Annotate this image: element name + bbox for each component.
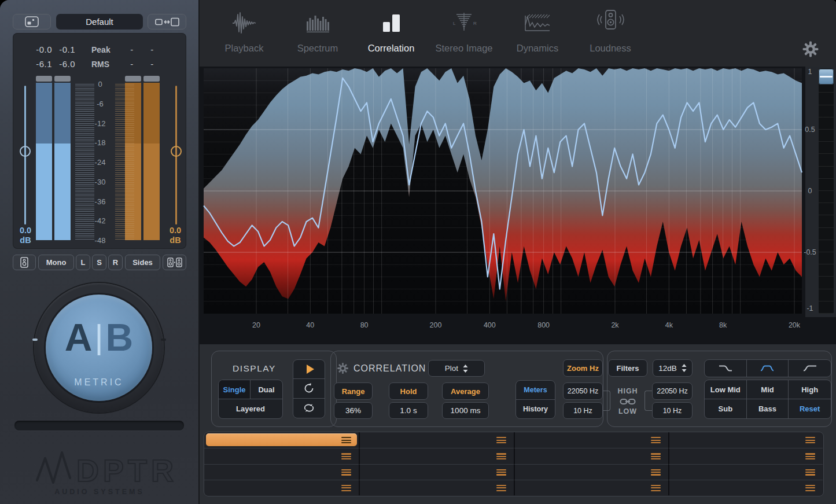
- snapshot-menu-icon[interactable]: [651, 485, 661, 491]
- snapshot-slot[interactable]: [204, 432, 359, 448]
- snapshot-menu-icon[interactable]: [805, 469, 815, 476]
- snapshot-slot[interactable]: [204, 480, 359, 495]
- range-button[interactable]: Range: [334, 382, 373, 400]
- nav-tab-stereo-image[interactable]: LRStereo Image: [429, 8, 499, 61]
- snapshot-menu-icon[interactable]: [341, 453, 351, 459]
- snapshot-slot[interactable]: [514, 480, 668, 495]
- snapshot-slot[interactable]: [359, 464, 513, 480]
- range-value-field[interactable]: 36%: [334, 402, 373, 419]
- nav-tab-playback[interactable]: Playback: [209, 8, 279, 61]
- snapshot-slot[interactable]: [668, 464, 823, 480]
- snapshot-table: [204, 432, 824, 496]
- stereo-image-icon: LR: [448, 8, 480, 38]
- meters-history-group: Meters History: [515, 380, 555, 419]
- loop-button[interactable]: [293, 399, 325, 418]
- filter-high-field[interactable]: 22050 Hz: [652, 382, 693, 400]
- resize-window-button[interactable]: [13, 14, 51, 30]
- meters-button[interactable]: Meters: [516, 381, 555, 400]
- channel-mono-button[interactable]: Mono: [38, 255, 74, 270]
- channel-left-button[interactable]: L: [76, 255, 90, 270]
- display-dual-button[interactable]: Dual: [251, 380, 282, 399]
- band-bass-button[interactable]: Bass: [747, 399, 789, 418]
- band-solo-group: Low Mid Mid High Sub Bass Reset: [704, 380, 831, 419]
- link-button[interactable]: [620, 398, 636, 406]
- gear-icon: [802, 41, 819, 58]
- snapshot-menu-icon[interactable]: [341, 485, 351, 491]
- y-axis-label: -1: [806, 304, 813, 312]
- correlation-settings-button[interactable]: [337, 362, 349, 374]
- snapshot-menu-icon[interactable]: [496, 437, 506, 443]
- slope-dropdown[interactable]: 12dB: [653, 359, 693, 377]
- snapshot-slot[interactable]: [514, 432, 668, 448]
- average-value-field[interactable]: 1000 ms: [442, 402, 489, 419]
- snapshot-menu-icon[interactable]: [651, 453, 661, 459]
- chart-zoom-slider-track[interactable]: [819, 68, 834, 314]
- snapshot-menu-icon[interactable]: [805, 453, 815, 459]
- display-single-button[interactable]: Single: [219, 380, 251, 399]
- control-bar: DISPLAY Single Dual Layered: [200, 344, 836, 431]
- zoom-low-field[interactable]: 10 Hz: [563, 402, 603, 419]
- bandpass-button[interactable]: [747, 360, 789, 377]
- snapshot-menu-icon[interactable]: [651, 437, 661, 443]
- filter-low-field[interactable]: 10 Hz: [652, 402, 693, 419]
- hold-button[interactable]: Hold: [389, 382, 428, 400]
- settings-button[interactable]: [802, 41, 819, 58]
- hold-value-field[interactable]: 1.0 s: [389, 402, 428, 419]
- ab-window-mode-button[interactable]: [148, 14, 186, 30]
- band-high-button[interactable]: High: [789, 380, 831, 399]
- snapshot-menu-icon[interactable]: [496, 485, 506, 491]
- channel-solo-button[interactable]: S: [92, 255, 106, 270]
- snapshot-menu-icon[interactable]: [496, 453, 506, 459]
- correlation-view-dropdown[interactable]: Plot: [428, 360, 485, 377]
- gain-slider-handle-right[interactable]: [171, 146, 182, 157]
- snapshot-slot[interactable]: [668, 448, 823, 463]
- snapshot-menu-icon[interactable]: [805, 437, 815, 443]
- snapshot-menu-icon[interactable]: [341, 469, 351, 476]
- snapshot-menu-icon[interactable]: [496, 469, 506, 476]
- nav-tab-loudness[interactable]: Loudness: [576, 8, 645, 61]
- band-mid-button[interactable]: Mid: [747, 380, 789, 399]
- snapshot-slot[interactable]: [204, 464, 359, 480]
- zoom-high-field[interactable]: 22050 Hz: [563, 382, 603, 400]
- loop-icon: [303, 403, 315, 413]
- snapshot-slot[interactable]: [204, 448, 359, 463]
- nav-tab-spectrum[interactable]: Spectrum: [283, 8, 352, 61]
- chart-zoom-slider-thumb[interactable]: [819, 69, 834, 84]
- snapshot-slot[interactable]: [359, 480, 513, 495]
- average-button[interactable]: Average: [442, 382, 489, 400]
- band-lowmid-button[interactable]: Low Mid: [705, 380, 747, 399]
- low-label: LOW: [618, 407, 637, 415]
- speaker-pair-button[interactable]: [163, 255, 186, 270]
- crossfade-bar[interactable]: [14, 421, 184, 431]
- gain-slider-handle-left[interactable]: [20, 146, 31, 157]
- play-button[interactable]: [293, 360, 325, 379]
- snapshot-slot[interactable]: [668, 480, 823, 495]
- highpass-button[interactable]: [789, 360, 831, 377]
- snapshot-menu-icon[interactable]: [341, 437, 351, 443]
- band-reset-button[interactable]: Reset: [789, 399, 831, 418]
- snapshot-slot[interactable]: [359, 448, 513, 463]
- meter-cap: [36, 76, 52, 82]
- channel-right-button[interactable]: R: [108, 255, 123, 270]
- nav-tab-dynamics[interactable]: Dynamics: [503, 8, 572, 61]
- speaker-single-button[interactable]: [13, 255, 36, 270]
- meter-scale-label: -36: [90, 197, 110, 205]
- snapshot-slot[interactable]: [514, 448, 668, 463]
- snapshot-menu-icon[interactable]: [651, 469, 661, 476]
- snapshot-slot[interactable]: [359, 432, 513, 448]
- channel-sides-button[interactable]: Sides: [125, 255, 160, 270]
- zoom-hz-button[interactable]: Zoom Hz: [563, 359, 603, 377]
- snapshot-slot[interactable]: [668, 432, 823, 448]
- lowpass-button[interactable]: [705, 360, 747, 377]
- band-sub-button[interactable]: Sub: [705, 399, 747, 418]
- reset-meters-button[interactable]: [293, 379, 325, 398]
- history-button[interactable]: History: [516, 400, 555, 419]
- snapshot-menu-icon[interactable]: [805, 485, 815, 491]
- correlation-title: CORRELATION: [353, 363, 426, 374]
- display-layered-button[interactable]: Layered: [219, 399, 282, 418]
- snapshot-slot[interactable]: [514, 464, 668, 480]
- filters-button[interactable]: Filters: [608, 359, 647, 377]
- preset-selector[interactable]: Default: [56, 14, 143, 30]
- nav-tab-correlation[interactable]: Correlation: [356, 8, 426, 61]
- bandpass-icon: [760, 365, 775, 372]
